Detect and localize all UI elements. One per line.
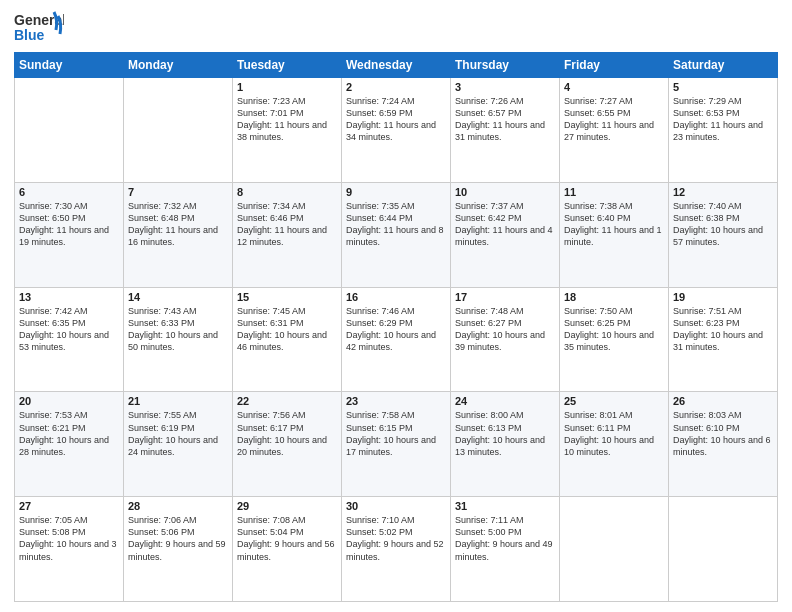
day-number: 18 (564, 291, 664, 303)
calendar-cell: 4Sunrise: 7:27 AMSunset: 6:55 PMDaylight… (560, 78, 669, 183)
day-info: Sunrise: 7:10 AMSunset: 5:02 PMDaylight:… (346, 514, 446, 563)
calendar-cell: 3Sunrise: 7:26 AMSunset: 6:57 PMDaylight… (451, 78, 560, 183)
day-info: Sunrise: 7:05 AMSunset: 5:08 PMDaylight:… (19, 514, 119, 563)
calendar-cell: 13Sunrise: 7:42 AMSunset: 6:35 PMDayligh… (15, 287, 124, 392)
day-number: 28 (128, 500, 228, 512)
calendar-cell: 21Sunrise: 7:55 AMSunset: 6:19 PMDayligh… (124, 392, 233, 497)
day-info: Sunrise: 8:00 AMSunset: 6:13 PMDaylight:… (455, 409, 555, 458)
calendar-table: SundayMondayTuesdayWednesdayThursdayFrid… (14, 52, 778, 602)
day-number: 5 (673, 81, 773, 93)
week-row-2: 6Sunrise: 7:30 AMSunset: 6:50 PMDaylight… (15, 182, 778, 287)
day-number: 7 (128, 186, 228, 198)
calendar-cell: 2Sunrise: 7:24 AMSunset: 6:59 PMDaylight… (342, 78, 451, 183)
day-info: Sunrise: 7:24 AMSunset: 6:59 PMDaylight:… (346, 95, 446, 144)
svg-text:Blue: Blue (14, 27, 45, 43)
day-number: 21 (128, 395, 228, 407)
day-info: Sunrise: 7:27 AMSunset: 6:55 PMDaylight:… (564, 95, 664, 144)
calendar-cell: 15Sunrise: 7:45 AMSunset: 6:31 PMDayligh… (233, 287, 342, 392)
calendar-cell: 27Sunrise: 7:05 AMSunset: 5:08 PMDayligh… (15, 497, 124, 602)
day-info: Sunrise: 7:42 AMSunset: 6:35 PMDaylight:… (19, 305, 119, 354)
calendar-cell (669, 497, 778, 602)
day-info: Sunrise: 7:53 AMSunset: 6:21 PMDaylight:… (19, 409, 119, 458)
day-info: Sunrise: 7:26 AMSunset: 6:57 PMDaylight:… (455, 95, 555, 144)
week-row-1: 1Sunrise: 7:23 AMSunset: 7:01 PMDaylight… (15, 78, 778, 183)
day-number: 30 (346, 500, 446, 512)
weekday-header-monday: Monday (124, 53, 233, 78)
day-number: 6 (19, 186, 119, 198)
day-number: 26 (673, 395, 773, 407)
weekday-header-wednesday: Wednesday (342, 53, 451, 78)
week-row-3: 13Sunrise: 7:42 AMSunset: 6:35 PMDayligh… (15, 287, 778, 392)
day-number: 20 (19, 395, 119, 407)
day-info: Sunrise: 7:34 AMSunset: 6:46 PMDaylight:… (237, 200, 337, 249)
calendar-cell: 11Sunrise: 7:38 AMSunset: 6:40 PMDayligh… (560, 182, 669, 287)
logo: GeneralBlue (14, 10, 64, 46)
day-number: 8 (237, 186, 337, 198)
day-info: Sunrise: 7:55 AMSunset: 6:19 PMDaylight:… (128, 409, 228, 458)
calendar-cell: 18Sunrise: 7:50 AMSunset: 6:25 PMDayligh… (560, 287, 669, 392)
day-number: 3 (455, 81, 555, 93)
calendar-cell: 6Sunrise: 7:30 AMSunset: 6:50 PMDaylight… (15, 182, 124, 287)
calendar-cell: 9Sunrise: 7:35 AMSunset: 6:44 PMDaylight… (342, 182, 451, 287)
calendar-cell (15, 78, 124, 183)
calendar-cell: 23Sunrise: 7:58 AMSunset: 6:15 PMDayligh… (342, 392, 451, 497)
calendar-cell: 16Sunrise: 7:46 AMSunset: 6:29 PMDayligh… (342, 287, 451, 392)
day-number: 10 (455, 186, 555, 198)
weekday-header-sunday: Sunday (15, 53, 124, 78)
day-number: 23 (346, 395, 446, 407)
calendar-cell: 25Sunrise: 8:01 AMSunset: 6:11 PMDayligh… (560, 392, 669, 497)
day-number: 14 (128, 291, 228, 303)
calendar-cell: 1Sunrise: 7:23 AMSunset: 7:01 PMDaylight… (233, 78, 342, 183)
day-info: Sunrise: 7:58 AMSunset: 6:15 PMDaylight:… (346, 409, 446, 458)
day-info: Sunrise: 7:43 AMSunset: 6:33 PMDaylight:… (128, 305, 228, 354)
calendar-cell: 17Sunrise: 7:48 AMSunset: 6:27 PMDayligh… (451, 287, 560, 392)
weekday-header-thursday: Thursday (451, 53, 560, 78)
day-info: Sunrise: 7:30 AMSunset: 6:50 PMDaylight:… (19, 200, 119, 249)
day-info: Sunrise: 7:11 AMSunset: 5:00 PMDaylight:… (455, 514, 555, 563)
calendar-cell: 29Sunrise: 7:08 AMSunset: 5:04 PMDayligh… (233, 497, 342, 602)
day-info: Sunrise: 7:32 AMSunset: 6:48 PMDaylight:… (128, 200, 228, 249)
weekday-header-saturday: Saturday (669, 53, 778, 78)
calendar-cell: 12Sunrise: 7:40 AMSunset: 6:38 PMDayligh… (669, 182, 778, 287)
day-info: Sunrise: 8:01 AMSunset: 6:11 PMDaylight:… (564, 409, 664, 458)
weekday-header-friday: Friday (560, 53, 669, 78)
calendar-cell: 30Sunrise: 7:10 AMSunset: 5:02 PMDayligh… (342, 497, 451, 602)
weekday-header-tuesday: Tuesday (233, 53, 342, 78)
day-number: 29 (237, 500, 337, 512)
calendar-cell: 7Sunrise: 7:32 AMSunset: 6:48 PMDaylight… (124, 182, 233, 287)
day-info: Sunrise: 7:48 AMSunset: 6:27 PMDaylight:… (455, 305, 555, 354)
calendar-cell: 26Sunrise: 8:03 AMSunset: 6:10 PMDayligh… (669, 392, 778, 497)
day-number: 19 (673, 291, 773, 303)
page-header: GeneralBlue (14, 10, 778, 46)
day-info: Sunrise: 7:08 AMSunset: 5:04 PMDaylight:… (237, 514, 337, 563)
logo-full-icon: GeneralBlue (14, 10, 64, 46)
week-row-4: 20Sunrise: 7:53 AMSunset: 6:21 PMDayligh… (15, 392, 778, 497)
calendar-cell (560, 497, 669, 602)
day-number: 27 (19, 500, 119, 512)
day-number: 13 (19, 291, 119, 303)
day-info: Sunrise: 7:35 AMSunset: 6:44 PMDaylight:… (346, 200, 446, 249)
day-info: Sunrise: 7:37 AMSunset: 6:42 PMDaylight:… (455, 200, 555, 249)
day-info: Sunrise: 7:38 AMSunset: 6:40 PMDaylight:… (564, 200, 664, 249)
day-number: 2 (346, 81, 446, 93)
calendar-cell: 22Sunrise: 7:56 AMSunset: 6:17 PMDayligh… (233, 392, 342, 497)
day-info: Sunrise: 7:50 AMSunset: 6:25 PMDaylight:… (564, 305, 664, 354)
calendar-cell: 31Sunrise: 7:11 AMSunset: 5:00 PMDayligh… (451, 497, 560, 602)
calendar-cell (124, 78, 233, 183)
calendar-cell: 28Sunrise: 7:06 AMSunset: 5:06 PMDayligh… (124, 497, 233, 602)
day-number: 25 (564, 395, 664, 407)
calendar-cell: 14Sunrise: 7:43 AMSunset: 6:33 PMDayligh… (124, 287, 233, 392)
calendar-cell: 20Sunrise: 7:53 AMSunset: 6:21 PMDayligh… (15, 392, 124, 497)
day-info: Sunrise: 7:29 AMSunset: 6:53 PMDaylight:… (673, 95, 773, 144)
day-info: Sunrise: 7:46 AMSunset: 6:29 PMDaylight:… (346, 305, 446, 354)
calendar-cell: 5Sunrise: 7:29 AMSunset: 6:53 PMDaylight… (669, 78, 778, 183)
day-info: Sunrise: 8:03 AMSunset: 6:10 PMDaylight:… (673, 409, 773, 458)
day-number: 24 (455, 395, 555, 407)
day-number: 22 (237, 395, 337, 407)
day-number: 12 (673, 186, 773, 198)
day-number: 9 (346, 186, 446, 198)
week-row-5: 27Sunrise: 7:05 AMSunset: 5:08 PMDayligh… (15, 497, 778, 602)
calendar-cell: 24Sunrise: 8:00 AMSunset: 6:13 PMDayligh… (451, 392, 560, 497)
calendar-cell: 19Sunrise: 7:51 AMSunset: 6:23 PMDayligh… (669, 287, 778, 392)
day-info: Sunrise: 7:06 AMSunset: 5:06 PMDaylight:… (128, 514, 228, 563)
